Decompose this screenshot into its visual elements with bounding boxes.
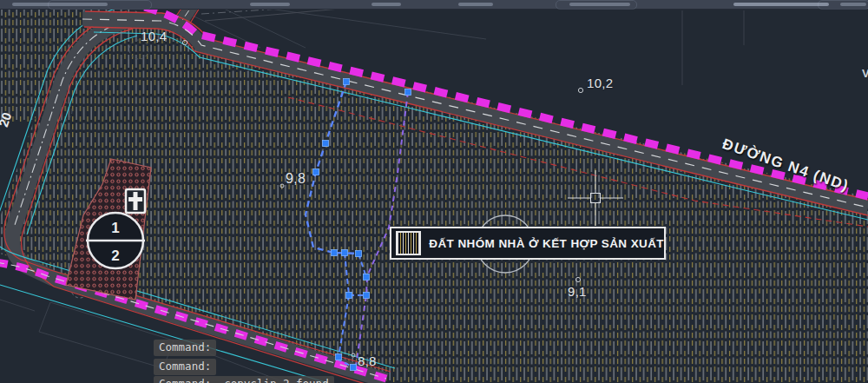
cad-canvas: 1 2 — [0, 9, 868, 383]
grave-icon — [126, 189, 145, 213]
grip-handle — [351, 365, 357, 371]
grip-handle — [342, 250, 348, 256]
top-toolbar — [0, 0, 868, 10]
toolbar-text-fragment — [12, 3, 108, 6]
land-use-label: ĐẤT NHÓM NHÀ Ở KẾT HỢP SẢN XUẤT — [429, 237, 664, 250]
toolbar-text-fragment — [733, 3, 829, 6]
grip-handle — [344, 79, 350, 85]
grip-handle — [346, 293, 352, 299]
top-edge-road[interactable] — [201, 9, 408, 21]
toolbar-text-fragment — [250, 3, 290, 6]
grip-handle — [405, 89, 411, 96]
hatch-swatch — [396, 231, 421, 255]
parcel-number-symbol[interactable]: 1 2 — [86, 213, 145, 268]
toolbar-text-fragment — [840, 3, 866, 6]
command-history-line: Command: — [154, 340, 216, 356]
elevation-label: 8,8 — [358, 354, 377, 367]
command-input-line[interactable]: Command: _copyclip 2 found — [154, 376, 334, 383]
elevation-label: 9,1 — [568, 285, 587, 298]
grip-handle — [336, 354, 342, 360]
parcel-number-top: 1 — [111, 220, 119, 236]
toolbar-text-fragment — [569, 3, 630, 6]
cad-application-window: 1 2 — [0, 0, 868, 383]
grip-handle — [313, 169, 319, 175]
edge-text-fragment: V — [862, 67, 868, 80]
grip-handle — [356, 251, 362, 257]
command-history-line: Command: — [154, 359, 216, 375]
grip-handle — [323, 141, 329, 147]
toolbar-text-fragment — [372, 3, 401, 6]
grip-handle — [332, 250, 338, 256]
elevation-label: 10,4 — [141, 30, 167, 43]
land-use-label-box[interactable]: ĐẤT NHÓM NHÀ Ở KẾT HỢP SẢN XUẤT — [390, 227, 666, 260]
elevation-label: 9,8 — [286, 172, 306, 186]
parcel-number-bottom: 2 — [111, 248, 119, 264]
toolbar-text-fragment — [458, 3, 493, 6]
elevation-label: 10,2 — [587, 76, 613, 89]
grip-handle — [364, 293, 370, 299]
grip-handle — [364, 274, 370, 281]
